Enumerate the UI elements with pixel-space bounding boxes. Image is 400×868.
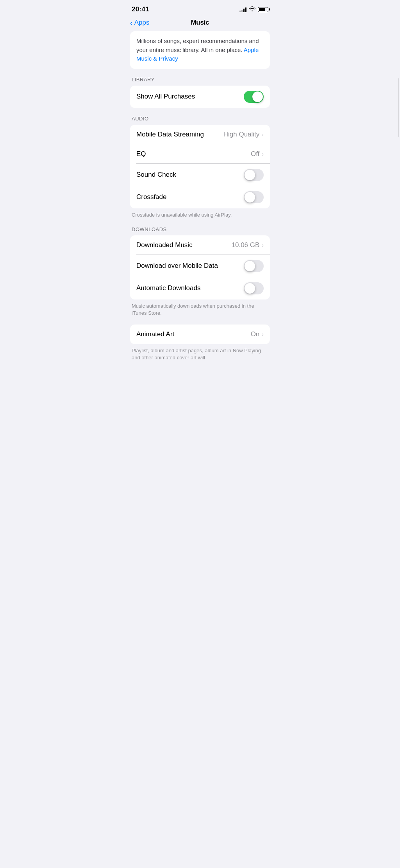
eq-label: EQ — [136, 150, 146, 158]
back-chevron-icon: ‹ — [130, 19, 133, 27]
show-all-purchases-row[interactable]: Show All Purchases — [130, 86, 270, 108]
signal-icon — [239, 7, 246, 12]
show-all-purchases-label: Show All Purchases — [136, 93, 195, 100]
main-content: Millions of songs, expert recommendation… — [124, 31, 276, 361]
animated-art-label: Animated Art — [136, 330, 174, 338]
library-section-label: LIBRARY — [130, 77, 270, 82]
mobile-data-streaming-row[interactable]: Mobile Data Streaming High Quality › — [130, 125, 270, 144]
downloaded-music-row[interactable]: Downloaded Music 10.06 GB › — [130, 235, 270, 255]
toggle-knob — [245, 283, 255, 294]
audio-section-note: Crossfade is unavailable while using Air… — [130, 208, 270, 219]
nav-header: ‹ Apps Music — [124, 16, 276, 31]
downloads-section: DOWNLOADS Downloaded Music 10.06 GB › Do… — [130, 226, 270, 317]
downloaded-music-label: Downloaded Music — [136, 241, 193, 249]
battery-icon — [258, 7, 268, 12]
audio-section: AUDIO Mobile Data Streaming High Quality… — [130, 116, 270, 219]
animated-art-note: Playlist, album and artist pages, album … — [130, 344, 270, 361]
status-bar: 20:41 — [124, 0, 276, 16]
description-block: Millions of songs, expert recommendation… — [130, 31, 270, 69]
downloads-section-note: Music automatically downloads when purch… — [130, 299, 270, 317]
animated-art-section: Animated Art On › Playlist, album and ar… — [130, 325, 270, 361]
library-card: Show All Purchases — [130, 86, 270, 108]
audio-section-label: AUDIO — [130, 116, 270, 122]
show-all-purchases-toggle[interactable] — [244, 91, 264, 103]
eq-value: Off › — [251, 150, 264, 158]
download-over-mobile-row[interactable]: Download over Mobile Data — [130, 255, 270, 277]
crossfade-toggle[interactable] — [244, 191, 264, 203]
eq-row[interactable]: EQ Off › — [130, 144, 270, 164]
chevron-icon: › — [262, 242, 264, 248]
chevron-icon: › — [262, 151, 264, 157]
download-over-mobile-label: Download over Mobile Data — [136, 262, 218, 270]
automatic-downloads-label: Automatic Downloads — [136, 284, 200, 292]
animated-art-card: Animated Art On › — [130, 325, 270, 344]
downloaded-music-value: 10.06 GB › — [232, 241, 264, 249]
library-section: LIBRARY Show All Purchases — [130, 77, 270, 108]
wifi-icon — [249, 6, 255, 13]
audio-card: Mobile Data Streaming High Quality › EQ … — [130, 125, 270, 208]
toggle-knob — [252, 91, 263, 102]
crossfade-label: Crossfade — [136, 193, 166, 201]
toggle-knob — [245, 170, 255, 180]
automatic-downloads-row[interactable]: Automatic Downloads — [130, 277, 270, 299]
downloads-card: Downloaded Music 10.06 GB › Download ove… — [130, 235, 270, 299]
description-text: Millions of songs, expert recommendation… — [136, 38, 259, 62]
page-title: Music — [191, 19, 209, 27]
sound-check-label: Sound Check — [136, 171, 176, 179]
back-button[interactable]: ‹ Apps — [130, 19, 149, 27]
toggle-knob — [245, 192, 255, 203]
chevron-icon: › — [262, 131, 264, 138]
crossfade-row[interactable]: Crossfade — [130, 186, 270, 208]
downloads-section-label: DOWNLOADS — [130, 226, 270, 232]
chevron-icon: › — [262, 331, 264, 337]
animated-art-row[interactable]: Animated Art On › — [130, 325, 270, 344]
toggle-knob — [245, 261, 255, 271]
download-over-mobile-toggle[interactable] — [244, 260, 264, 272]
mobile-data-streaming-value: High Quality › — [223, 131, 264, 138]
status-icons — [239, 6, 268, 13]
sound-check-toggle[interactable] — [244, 169, 264, 181]
automatic-downloads-toggle[interactable] — [244, 282, 264, 294]
sound-check-row[interactable]: Sound Check — [130, 164, 270, 186]
status-time: 20:41 — [132, 5, 149, 13]
back-label: Apps — [134, 19, 150, 27]
animated-art-value: On › — [251, 330, 264, 338]
mobile-data-streaming-label: Mobile Data Streaming — [136, 131, 204, 138]
